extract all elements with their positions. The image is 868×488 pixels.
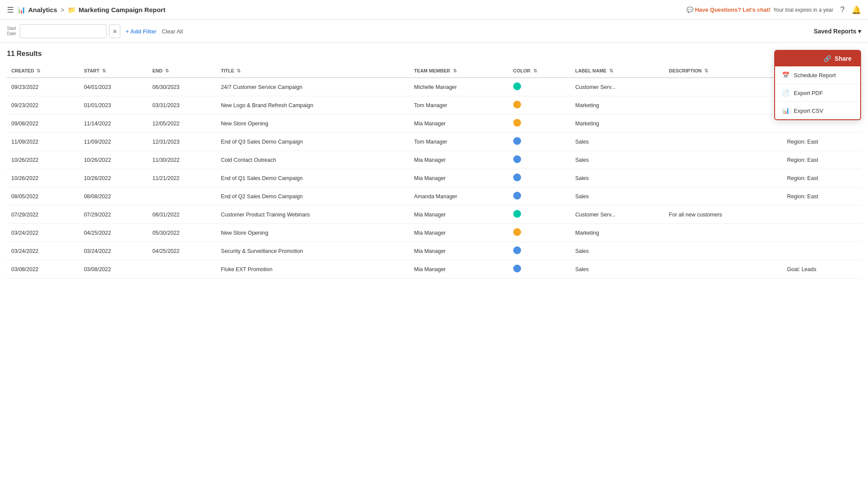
col-start[interactable]: START ⇅ (79, 65, 148, 78)
cell-end: 03/31/2023 (148, 96, 217, 115)
col-team-member[interactable]: TEAM MEMBER ⇅ (410, 65, 509, 78)
chevron-down-icon: ▾ (858, 28, 861, 35)
col-end[interactable]: END ⇅ (148, 65, 217, 78)
folder-icon: 📁 (68, 6, 76, 14)
cell-color (509, 206, 571, 224)
table-row[interactable]: 03/24/202204/25/202205/30/2022New Store … (7, 224, 861, 242)
cell-tags: Region: East (783, 187, 861, 206)
color-dot (513, 192, 521, 200)
table-row[interactable]: 09/08/202211/14/202212/05/2022New Store … (7, 115, 861, 133)
cell-created: 09/23/2022 (7, 78, 79, 96)
cell-start: 03/08/2022 (79, 260, 148, 278)
color-dot (513, 119, 521, 127)
cell-tags (783, 206, 861, 224)
table-row[interactable]: 03/08/202203/08/2022Fluke EXT PromotionM… (7, 260, 861, 278)
schedule-report-label: Schedule Report (794, 72, 836, 79)
start-date-label-container: Start Date ≡ (7, 24, 120, 38)
cell-description (665, 78, 783, 96)
cell-label-name: Marketing (571, 115, 665, 133)
table-row[interactable]: 07/29/202207/29/202208/31/2022Customer P… (7, 206, 861, 224)
col-title[interactable]: TITLE ⇅ (217, 65, 410, 78)
cell-color (509, 242, 571, 260)
calendar-icon: 📅 (782, 72, 789, 79)
cell-description (665, 242, 783, 260)
cell-start: 10/26/2022 (79, 169, 148, 187)
cell-created: 03/08/2022 (7, 260, 79, 278)
menu-icon[interactable]: ☰ (7, 5, 14, 15)
saved-reports-dropdown[interactable]: Saved Reports ▾ (814, 28, 861, 35)
schedule-report-item[interactable]: 📅 Schedule Report (775, 66, 860, 84)
header-right: 💬 Have Questions? Let's chat! Your trial… (686, 5, 861, 15)
help-icon[interactable]: ? (840, 5, 845, 14)
start-date-input[interactable] (20, 24, 106, 38)
bell-icon[interactable]: 🔔 (851, 5, 861, 15)
export-csv-label: Export CSV (794, 108, 823, 114)
cell-team-member: Mia Manager (410, 115, 509, 133)
cell-start: 11/14/2022 (79, 115, 148, 133)
cell-label-name: Sales (571, 260, 665, 278)
color-dot (513, 228, 521, 236)
cell-title: End of Q3 Sales Demo Campaign (217, 133, 410, 151)
filter-options-icon[interactable]: ≡ (109, 24, 120, 38)
filter-lines-icon: ≡ (113, 28, 116, 35)
clear-all-label: Clear All (162, 28, 183, 35)
analytics-label: Analytics (28, 6, 57, 13)
breadcrumb: 📊 Analytics > 📁 Marketing Campaign Repor… (17, 6, 165, 14)
cell-start: 04/01/2023 (79, 78, 148, 96)
cell-tags (783, 224, 861, 242)
cell-team-member: Mia Manager (410, 151, 509, 169)
filter-bar: Start Date ≡ + Add Filter Clear All Save… (0, 20, 868, 43)
color-dot (513, 210, 521, 218)
table-row[interactable]: 09/23/202204/01/202306/30/202324/7 Custo… (7, 78, 861, 96)
add-filter-button[interactable]: + Add Filter (125, 28, 156, 35)
cell-team-member: Mia Manager (410, 169, 509, 187)
share-button[interactable]: 🔗 Share (775, 51, 860, 66)
cell-color (509, 260, 571, 278)
cell-end: 04/25/2022 (148, 242, 217, 260)
cell-label-name: Sales (571, 169, 665, 187)
col-color[interactable]: COLOR ⇅ (509, 65, 571, 78)
csv-icon: 📊 (782, 107, 789, 114)
cell-description (665, 169, 783, 187)
cell-end: 11/30/2022 (148, 151, 217, 169)
export-pdf-item[interactable]: 📄 Export PDF (775, 84, 860, 102)
chat-link[interactable]: 💬 Have Questions? Let's chat! (686, 7, 771, 13)
cell-tags: Region: East (783, 133, 861, 151)
cell-created: 03/24/2022 (7, 242, 79, 260)
cell-description (665, 260, 783, 278)
cell-color (509, 78, 571, 96)
col-label-name[interactable]: LABEL NAME ⇅ (571, 65, 665, 78)
col-description[interactable]: DESCRIPTION ⇅ (665, 65, 783, 78)
clear-all-button[interactable]: Clear All (162, 28, 183, 35)
start-date-label: Start Date (7, 26, 16, 36)
table-row[interactable]: 10/26/202210/26/202211/30/2022Cold Conta… (7, 151, 861, 169)
table-row[interactable]: 03/24/202203/24/202204/25/2022Security &… (7, 242, 861, 260)
main-content: 11 Results CREATED ⇅ START ⇅ END ⇅ TITLE… (0, 43, 868, 285)
cell-end: 12/31/2023 (148, 133, 217, 151)
cell-description: For all new customers (665, 206, 783, 224)
color-dot (513, 174, 521, 181)
cell-created: 03/24/2022 (7, 224, 79, 242)
cell-title: Security & Surveillance Promotion (217, 242, 410, 260)
cell-team-member: Michelle Manager (410, 78, 509, 96)
page-title: Marketing Campaign Report (79, 6, 165, 13)
cell-description (665, 224, 783, 242)
export-csv-item[interactable]: 📊 Export CSV (775, 102, 860, 119)
app-header: ☰ 📊 Analytics > 📁 Marketing Campaign Rep… (0, 0, 868, 20)
table-row[interactable]: 10/26/202210/26/202211/21/2022End of Q1 … (7, 169, 861, 187)
export-pdf-label: Export PDF (794, 90, 823, 96)
table-row[interactable]: 08/05/202208/08/2022End of Q2 Sales Demo… (7, 187, 861, 206)
trial-text: Your trial expires in a year (773, 7, 833, 13)
cell-color (509, 96, 571, 115)
table-row[interactable]: 11/09/202211/09/202212/31/2023End of Q3 … (7, 133, 861, 151)
cell-label-name: Customer Serv... (571, 206, 665, 224)
color-dot (513, 101, 521, 108)
breadcrumb-analytics[interactable]: 📊 Analytics (17, 6, 57, 14)
share-dropdown-area: 🔗 Share 📅 Schedule Report 📄 Export PDF 📊… (767, 43, 868, 127)
cell-title: New Store Opening (217, 224, 410, 242)
cell-team-member: Mia Manager (410, 260, 509, 278)
cell-start: 03/24/2022 (79, 242, 148, 260)
table-body: 09/23/202204/01/202306/30/202324/7 Custo… (7, 78, 861, 278)
table-row[interactable]: 09/23/202201/01/202303/31/2023New Logo &… (7, 96, 861, 115)
col-created[interactable]: CREATED ⇅ (7, 65, 79, 78)
